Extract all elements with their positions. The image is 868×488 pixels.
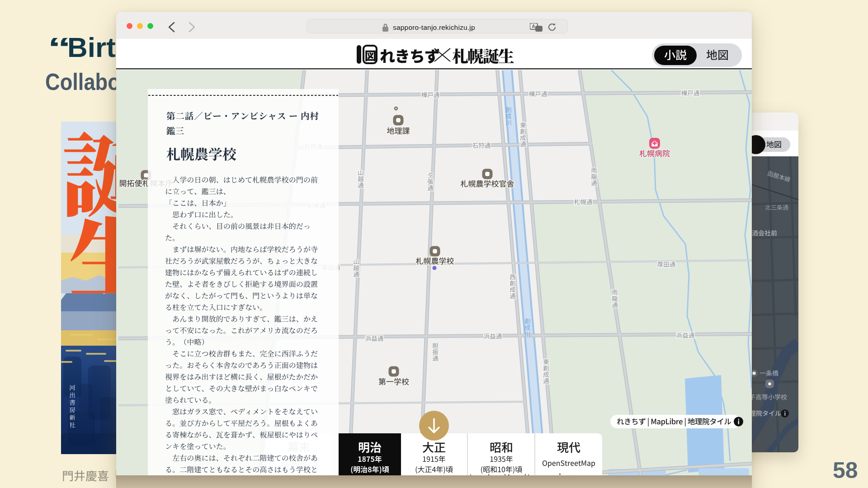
svg-text:A: A [532, 24, 535, 29]
